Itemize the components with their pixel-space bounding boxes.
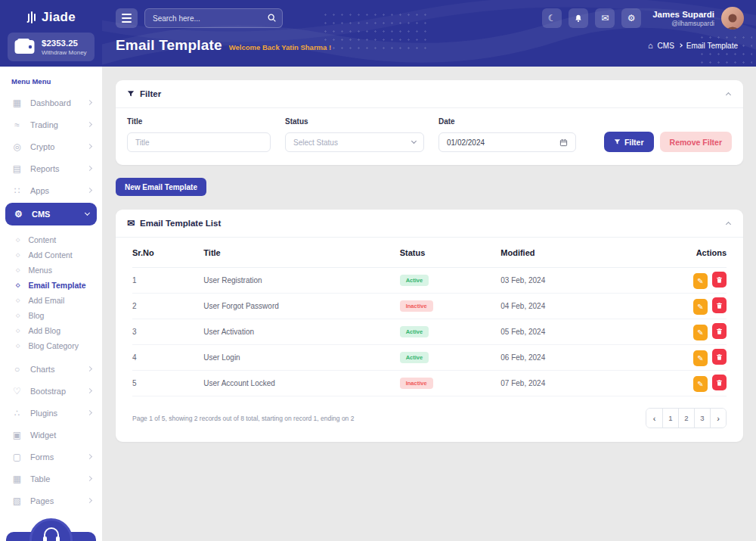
sidebar-subitem-menus[interactable]: ◇Menus: [0, 263, 102, 278]
sidebar-subitem-email-template[interactable]: ◇Email Template: [0, 278, 102, 293]
date-field-group: Date 01/02/2024: [438, 117, 576, 152]
sidebar-header: Jiade $2353.25 Withdraw Money: [0, 0, 102, 67]
delete-button[interactable]: [712, 349, 727, 365]
wallet-amount: $2353.25: [42, 38, 87, 49]
filter-panel-header: Filter: [116, 80, 743, 108]
edit-button[interactable]: ✎: [693, 273, 708, 289]
search-input[interactable]: [144, 8, 283, 28]
previous-page-button[interactable]: ‹: [646, 409, 662, 428]
sidebar-item-apps[interactable]: ∷Apps: [0, 179, 102, 201]
logo[interactable]: Jiade: [8, 7, 94, 28]
forms-icon: ▢: [11, 452, 23, 462]
new-email-template-button[interactable]: New Email Template: [116, 178, 206, 196]
home-icon[interactable]: ⌂: [648, 41, 653, 50]
sidebar-subitem-blog[interactable]: ◇Blog: [0, 308, 102, 323]
messages-button[interactable]: ✉: [595, 8, 615, 28]
edit-button[interactable]: ✎: [693, 299, 708, 315]
diamond-bullet-icon: ◇: [16, 267, 20, 273]
sidebar-item-bootstrap[interactable]: ♡Bootstrap: [0, 380, 102, 402]
sidebar-subitem-content[interactable]: ◇Content: [0, 232, 102, 247]
funnel-icon: [127, 90, 135, 98]
apps-icon: ∷: [11, 185, 23, 196]
chevron-down-icon: [411, 138, 417, 144]
sidebar-subitem-add-email[interactable]: ◇Add Email: [0, 293, 102, 308]
notifications-button[interactable]: [569, 8, 588, 28]
table-header-row: Sr.NoTitleStatusModifiedActions: [132, 238, 727, 268]
sidebar-item-reports[interactable]: ▤Reports: [0, 157, 102, 179]
sidebar-subitem-label: Blog Category: [28, 341, 79, 350]
sidebar-item-table[interactable]: ▦Table: [0, 468, 102, 490]
page-button-3[interactable]: 3: [694, 409, 710, 428]
topbar: ☾ ✉ ⚙ James Supardi @ilhamsupardi: [102, 0, 756, 30]
cms-submenu: ◇Content◇Add Content◇Menus◇Email Templat…: [0, 227, 102, 358]
list-panel-title: Email Template List: [140, 219, 221, 228]
next-page-button[interactable]: ›: [710, 409, 726, 428]
settings-button[interactable]: ⚙: [621, 8, 641, 28]
page-header: Email Template Welcome Back Yatin Sharma…: [102, 30, 756, 54]
main-content: Filter Title Status Select Status Date 0…: [102, 67, 756, 541]
sidebar-subitem-add-blog[interactable]: ◇Add Blog: [0, 323, 102, 338]
collapse-list-button[interactable]: [725, 217, 732, 229]
support-button[interactable]: [29, 518, 73, 541]
sidebar-item-label: Crypto: [30, 142, 54, 151]
date-input[interactable]: 01/02/2024: [438, 132, 576, 152]
chevron-right-icon: [87, 166, 92, 171]
gear-icon: ⚙: [627, 13, 636, 23]
diamond-bullet-icon: ◇: [16, 282, 20, 288]
wallet-label[interactable]: Withdraw Money: [42, 49, 87, 56]
delete-button[interactable]: [712, 297, 727, 313]
collapse-filter-button[interactable]: [725, 88, 732, 100]
sidebar-item-widget[interactable]: ▣Widget: [0, 424, 102, 446]
sidebar-item-trading[interactable]: ≈Trading: [0, 113, 102, 135]
breadcrumb: ⌂ CMS Email Template: [648, 41, 738, 50]
status-select[interactable]: Select Status: [285, 132, 424, 152]
delete-button[interactable]: [712, 323, 727, 339]
sidebar-item-cms[interactable]: ⚙CMS: [5, 203, 97, 225]
dark-mode-button[interactable]: ☾: [542, 8, 562, 28]
cell-sr-no: 3: [132, 319, 203, 345]
title-field-group: Title: [127, 117, 271, 152]
sidebar-item-plugins[interactable]: ∴Plugins: [0, 402, 102, 424]
edit-button[interactable]: ✎: [693, 376, 708, 392]
remove-filter-button[interactable]: Remove Filter: [660, 132, 732, 152]
edit-button[interactable]: ✎: [693, 350, 708, 366]
sidebar-item-pages[interactable]: ▧Pages: [0, 490, 102, 511]
breadcrumb-cms[interactable]: CMS: [658, 42, 674, 50]
widget-icon: ▣: [11, 430, 23, 440]
sidebar-subitem-add-content[interactable]: ◇Add Content: [0, 247, 102, 263]
chevron-right-icon: [87, 410, 92, 415]
cell-status: Active: [400, 345, 501, 371]
sidebar-item-forms[interactable]: ▢Forms: [0, 446, 102, 468]
cell-modified: 07 Feb, 2024: [500, 371, 667, 396]
chevron-right-icon: [678, 43, 683, 48]
cell-title: User Activation: [203, 319, 399, 345]
apply-filter-label: Filter: [624, 138, 644, 147]
cell-title: User Login: [203, 345, 399, 371]
trading-icon: ≈: [11, 120, 23, 130]
cell-status: Inactive: [400, 294, 501, 319]
page-button-1[interactable]: 1: [662, 409, 678, 428]
search-icon[interactable]: [267, 13, 277, 23]
calendar-icon[interactable]: [559, 138, 568, 147]
sidebar-item-charts[interactable]: ○Charts: [0, 358, 102, 380]
avatar[interactable]: [721, 7, 744, 30]
delete-button[interactable]: [712, 375, 727, 390]
sidebar-item-crypto[interactable]: ◎Crypto: [0, 135, 102, 157]
pencil-icon: ✎: [697, 277, 703, 285]
sidebar-subitem-blog-category[interactable]: ◇Blog Category: [0, 338, 102, 353]
apply-filter-button[interactable]: Filter: [604, 132, 654, 152]
edit-button[interactable]: ✎: [693, 325, 708, 340]
title-field[interactable]: [135, 138, 262, 147]
delete-button[interactable]: [712, 272, 727, 288]
wallet-card[interactable]: $2353.25 Withdraw Money: [8, 33, 94, 61]
page-button-2[interactable]: 2: [678, 409, 694, 428]
cell-status: Active: [400, 319, 501, 345]
sidebar-item-dashboard[interactable]: ▦Dashboard: [0, 92, 102, 113]
pager: ‹123›: [646, 408, 727, 428]
cell-modified: 05 Feb, 2024: [500, 319, 667, 345]
menu-toggle-button[interactable]: [116, 8, 138, 28]
diamond-bullet-icon: ◇: [16, 312, 20, 319]
user-profile[interactable]: James Supardi @ilhamsupardi: [652, 9, 714, 28]
chevron-right-icon: [87, 188, 92, 193]
status-select-value: Select Status: [293, 138, 338, 147]
